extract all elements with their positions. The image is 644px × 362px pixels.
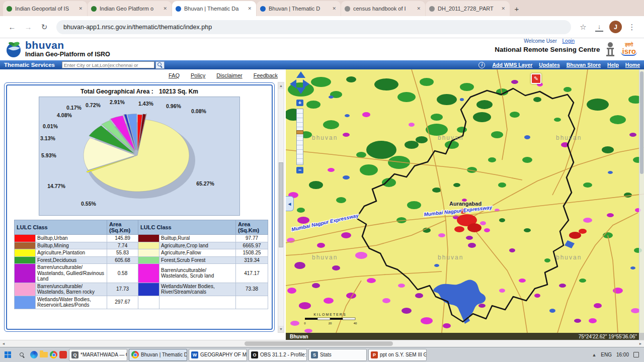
pie-percent-label: 0.72%	[86, 102, 101, 108]
language-indicator[interactable]: ENG	[601, 352, 612, 357]
panel-collapse-tab[interactable]: ◄	[286, 196, 294, 211]
taskbar-button[interactable]: OOBS 31.1.2 - Profile: U...	[249, 349, 307, 361]
zoom-slider-handle[interactable]	[296, 130, 303, 134]
lulc-area-value: 17.73	[107, 283, 138, 296]
map-viewport[interactable]: bhuvanbhuvanbhuvanbhuvanbhuvanbhuvan Aur…	[286, 69, 644, 333]
menu-kebab-icon[interactable]: ⋮	[625, 21, 638, 34]
tab-title: DH_2011_2728_PART	[438, 6, 497, 12]
tab-close-icon[interactable]: ✕	[247, 6, 253, 12]
pan-left-arrow[interactable]	[290, 79, 296, 88]
navbar-link[interactable]: Add WMS Layer	[492, 62, 532, 68]
pie-percent-label: 3.13%	[40, 135, 55, 141]
browser-tab[interactable]: Bhuvan | Thematic D✕	[257, 1, 341, 16]
tab-close-icon[interactable]: ✕	[416, 6, 422, 12]
page-link[interactable]: Disclaimer	[216, 72, 242, 78]
lulc-area-value: 7.74	[107, 242, 138, 249]
area-header: Area (Sq.Km)	[107, 220, 138, 235]
browser-tab[interactable]: Bhuvan | Thematic Da✕	[172, 1, 256, 16]
taskbar-button[interactable]: Bhuvan | Thematic Da...	[129, 349, 187, 361]
navbar-link[interactable]: Updates	[539, 62, 559, 68]
scrollbar-thumb[interactable]	[279, 162, 283, 247]
app-icon: W	[191, 351, 198, 358]
tab-close-icon[interactable]: ✕	[500, 6, 506, 12]
hscroll-thumb[interactable]	[245, 341, 392, 346]
start-button[interactable]	[1, 348, 14, 361]
lulc-color-swatch	[15, 296, 36, 309]
lulc-area-value: 319.34	[236, 256, 268, 264]
back-button[interactable]: ←	[6, 21, 19, 34]
page-link[interactable]: FAQ	[169, 72, 180, 78]
page-horizontal-scrollbar[interactable]: ◄ ►	[0, 340, 644, 347]
page-vscroll-thumb[interactable]	[640, 71, 643, 174]
scroll-right-arrow[interactable]: ►	[637, 340, 644, 347]
action-center-icon[interactable]	[633, 352, 639, 357]
map-pane[interactable]: bhuvanbhuvanbhuvanbhuvanbhuvanbhuvan Aur…	[286, 69, 644, 340]
lulc-color-swatch	[15, 235, 36, 242]
download-icon[interactable]: ↓	[595, 23, 603, 32]
page-link[interactable]: Policy	[191, 72, 205, 78]
navbar-link[interactable]: Home	[625, 62, 640, 68]
browser-tab[interactable]: Indian Geo Platform o✕	[88, 1, 172, 16]
taskbar-button[interactable]: Q*MARATHWADA — Q...	[69, 349, 127, 361]
scroll-left-arrow[interactable]: ◄	[0, 340, 7, 347]
app-icon: Q	[71, 351, 78, 358]
app-icon[interactable]	[59, 351, 67, 358]
tray-expand-icon[interactable]: ▲	[592, 352, 596, 357]
tab-close-icon[interactable]: ✕	[331, 6, 337, 12]
page-link[interactable]: Feedback	[254, 72, 278, 78]
zoom-slider[interactable]	[296, 109, 303, 165]
new-tab-button[interactable]: +	[510, 2, 523, 15]
search-button[interactable]	[155, 61, 165, 69]
clock[interactable]: 16:00	[616, 352, 629, 357]
bhuvan-watermark: bhuvan	[312, 254, 338, 261]
lulc-area-value: 55.83	[107, 249, 138, 257]
taskbar-button-label: ppt on S.Y. SEM III GIS...	[380, 352, 427, 357]
profile-avatar[interactable]: J	[609, 21, 622, 33]
forward-button[interactable]: →	[22, 21, 35, 34]
zoom-out-button[interactable]: −	[296, 167, 303, 173]
lulc-class-name: Barren/unculturable/ Wastelands, Barren …	[36, 283, 107, 296]
lulc-class-name: Agriculture,Plantation	[36, 249, 107, 257]
lulc-class-name: Agriculture,Fallow	[159, 249, 236, 257]
address-bar[interactable]: bhuvan-app1.nrsc.gov.in/thematic/themati…	[56, 20, 571, 34]
map-brand: Bhuvan	[290, 334, 308, 339]
taskbar-search-icon[interactable]	[16, 349, 28, 361]
taskbar-button[interactable]: WGEOGRAPHY OF MA...	[189, 349, 247, 361]
zoom-in-button[interactable]: +	[296, 100, 303, 106]
pan-down-arrow[interactable]	[296, 87, 305, 94]
browser-tab[interactable]: DH_2011_2728_PART✕	[426, 1, 510, 16]
navbar-link[interactable]: Help	[607, 62, 619, 68]
lulc-class-name: Wetlands/Water Bodies, Reservoir/Lakes/P…	[36, 296, 107, 309]
tab-close-icon[interactable]: ✕	[162, 6, 168, 12]
tab-close-icon[interactable]: ✕	[77, 6, 84, 12]
bookmark-star-icon[interactable]: ☆	[577, 21, 590, 34]
panel-title: Total Geographical Area : 10213 Sq. Km	[7, 88, 272, 95]
taskbar-button[interactable]: Pppt on S.Y. SEM III GIS...	[368, 349, 427, 361]
page-vertical-scrollbar[interactable]	[639, 69, 644, 340]
lulc-color-swatch	[138, 296, 159, 309]
location-search-input[interactable]	[62, 61, 154, 68]
url-text: bhuvan-app1.nrsc.gov.in/thematic/themati…	[63, 24, 212, 31]
search-icon	[20, 352, 25, 357]
lulc-color-swatch	[15, 283, 36, 296]
panel-scrollbar[interactable]: ▲ ▼	[278, 82, 284, 333]
reload-button[interactable]: ↻	[38, 21, 51, 34]
chrome-icon[interactable]	[50, 351, 57, 358]
scroll-down-arrow[interactable]: ▼	[278, 326, 284, 332]
browser-tab[interactable]: census handbook of I✕	[341, 1, 425, 16]
file-explorer-icon[interactable]	[40, 352, 48, 357]
edge-icon[interactable]	[30, 351, 38, 358]
taskbar-items: Q*MARATHWADA — Q...Bhuvan | Thematic Da.…	[69, 349, 586, 361]
measure-tool-icon[interactable]: ✎	[531, 73, 541, 84]
table-row: Agriculture,Plantation55.83Agriculture,F…	[15, 249, 268, 257]
info-icon[interactable]: i	[478, 62, 485, 68]
thematic-navbar: Thematic Services i Add WMS LayerUpdates…	[0, 60, 644, 69]
pan-up-arrow[interactable]	[296, 71, 305, 78]
login-link[interactable]: Login	[562, 38, 575, 44]
browser-tab[interactable]: Indian Geoportal of IS✕	[3, 1, 87, 16]
taskbar-button[interactable]: SStats	[308, 349, 367, 361]
lulc-class-name: Agriculture,Crop land	[159, 242, 236, 249]
navbar-link[interactable]: Bhuvan Store	[567, 62, 601, 68]
table-row: Forest,Deciduous605.68Forest,Scrub Fores…	[15, 256, 268, 264]
scroll-up-arrow[interactable]: ▲	[278, 82, 284, 89]
